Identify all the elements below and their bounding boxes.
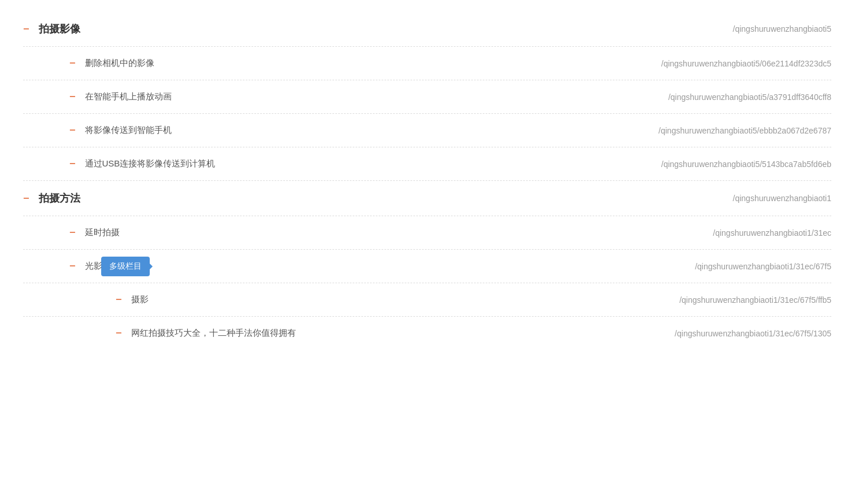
row-left: −在智能手机上播放动画 <box>23 91 172 103</box>
main-container: −拍摄影像/qingshuruwenzhangbiaoti5−删除相机中的影像/… <box>0 0 866 361</box>
dash-icon: − <box>69 124 76 136</box>
dash-icon: − <box>69 260 76 272</box>
path-value: /qingshuruwenzhangbiaoti1/31ec/67f5 <box>695 262 831 271</box>
item-title: 摄影 <box>131 294 149 305</box>
row-left: −将影像传送到智能手机 <box>23 124 172 136</box>
list-item[interactable]: −将影像传送到智能手机/qingshuruwenzhangbiaoti5/ebb… <box>23 114 831 147</box>
section-title: 拍摄方法 <box>39 191 80 205</box>
path-value: /qingshuruwenzhangbiaoti1/31ec/67f5/1305 <box>675 329 831 338</box>
item-title: 延时拍摄 <box>85 227 120 238</box>
list-item[interactable]: −删除相机中的影像/qingshuruwenzhangbiaoti5/06e21… <box>23 47 831 80</box>
row-left: −删除相机中的影像 <box>23 57 154 69</box>
list-item[interactable]: −网红拍摄技巧大全，十二种手法你值得拥有/qingshuruwenzhangbi… <box>23 317 831 350</box>
section-title: 拍摄影像 <box>39 22 80 36</box>
list-item[interactable]: −在智能手机上播放动画/qingshuruwenzhangbiaoti5/a37… <box>23 80 831 114</box>
row-left: −延时拍摄 <box>23 227 120 239</box>
dash-icon: − <box>69 91 76 103</box>
dash-icon: − <box>116 327 122 339</box>
list-item[interactable]: −拍摄方法/qingshuruwenzhangbiaoti1 <box>23 181 831 216</box>
dash-icon: − <box>23 23 29 35</box>
path-value: /qingshuruwenzhangbiaoti5/a3791dff3640cf… <box>668 92 831 102</box>
list-item[interactable]: −拍摄影像/qingshuruwenzhangbiaoti5 <box>23 12 831 47</box>
path-value: /qingshuruwenzhangbiaoti5/ebbb2a067d2e67… <box>658 126 831 135</box>
row-left: −网红拍摄技巧大全，十二种手法你值得拥有 <box>23 327 296 339</box>
list-item[interactable]: −光影拍摄/qingshuruwenzhangbiaoti1/31ec/67f5… <box>23 250 831 283</box>
dash-icon: − <box>69 57 76 69</box>
row-left: −摄影 <box>23 294 149 306</box>
path-value: /qingshuruwenzhangbiaoti1 <box>733 194 831 203</box>
path-value: /qingshuruwenzhangbiaoti5/5143bca7ab5fd6… <box>661 160 831 169</box>
dash-icon: − <box>69 227 76 239</box>
path-value: /qingshuruwenzhangbiaoti5 <box>733 24 831 34</box>
row-left: −通过USB连接将影像传送到计算机 <box>23 158 215 170</box>
path-value: /qingshuruwenzhangbiaoti1/31ec/67f5/ffb5 <box>679 295 831 305</box>
row-left: −拍摄影像 <box>23 22 80 36</box>
dash-icon: − <box>23 192 29 205</box>
dash-icon: − <box>69 158 76 170</box>
item-title: 将影像传送到智能手机 <box>85 125 172 136</box>
dash-icon: − <box>116 294 122 306</box>
list-item[interactable]: −延时拍摄/qingshuruwenzhangbiaoti1/31ec <box>23 216 831 250</box>
path-value: /qingshuruwenzhangbiaoti5/06e2114df2323d… <box>661 59 831 68</box>
item-title: 删除相机中的影像 <box>85 58 154 69</box>
path-value: /qingshuruwenzhangbiaoti1/31ec <box>713 228 831 238</box>
list-item[interactable]: −摄影/qingshuruwenzhangbiaoti1/31ec/67f5/f… <box>23 283 831 317</box>
item-title: 在智能手机上播放动画 <box>85 91 172 102</box>
tooltip-badge: 多级栏目 <box>101 257 150 276</box>
item-title: 通过USB连接将影像传送到计算机 <box>85 158 216 169</box>
row-left: −拍摄方法 <box>23 191 80 205</box>
item-title: 网红拍摄技巧大全，十二种手法你值得拥有 <box>131 328 296 339</box>
list-item[interactable]: −通过USB连接将影像传送到计算机/qingshuruwenzhangbiaot… <box>23 147 831 181</box>
